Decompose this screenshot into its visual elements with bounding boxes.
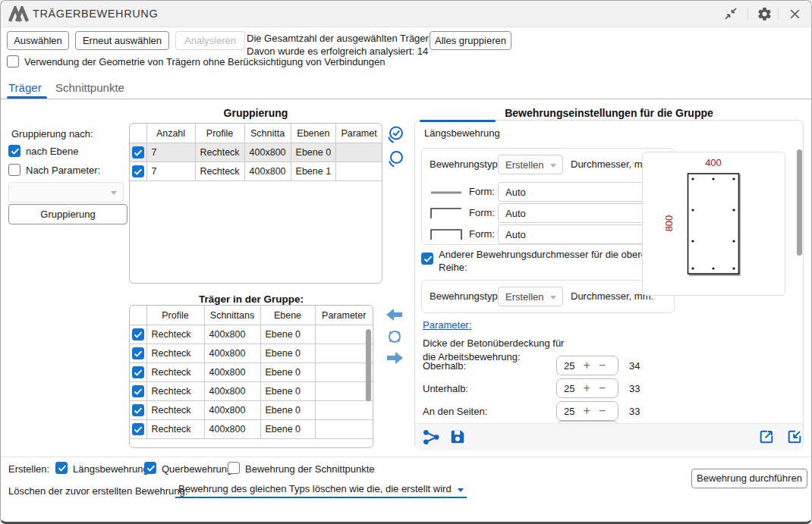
header-checkbox [130, 306, 146, 325]
cell-profile: Rechteck [195, 143, 244, 162]
minus-icon[interactable]: − [599, 382, 606, 394]
arrow-right-icon[interactable] [385, 350, 404, 366]
grouping-by-label: Gruppierung nach: [11, 128, 93, 140]
close-icon[interactable] [785, 5, 804, 22]
create-longitudinal-checkbox[interactable] [55, 462, 68, 474]
group-members-body: Rechteck400x800Ebene 0Rechteck400x800Ebe… [130, 325, 373, 439]
diameter-label: Durchmesser, mm: [571, 158, 653, 170]
cell-schnitt: 400x800 [204, 382, 260, 401]
import-icon[interactable] [786, 428, 803, 445]
tab-schnittpunkte[interactable]: Schnittpunkte [55, 81, 124, 94]
cover-below-result: 33 [629, 383, 640, 394]
minus-icon[interactable]: − [599, 405, 606, 417]
cell-parameter [315, 363, 373, 382]
grouping-button[interactable]: Gruppierung [8, 204, 127, 224]
table-row[interactable]: Rechteck400x800Ebene 0 [130, 363, 373, 382]
rebar-type-select[interactable]: Erstellen [498, 287, 563, 306]
select-button[interactable]: Auswählen [7, 31, 69, 50]
form-label: Form: [469, 228, 495, 240]
table-header-row: Anzahl Profile Schnitta Ebenen Paramet [130, 124, 382, 143]
row-checkbox[interactable] [132, 385, 144, 397]
share-icon[interactable] [423, 428, 440, 446]
plus-icon[interactable]: + [583, 359, 590, 372]
cell-profile: Rechteck [146, 363, 204, 382]
table-scrollbar[interactable] [366, 329, 371, 401]
tabstrip-divider [1, 99, 811, 99]
cell-anzahl: 7 [146, 162, 195, 181]
plus-icon[interactable]: + [583, 382, 590, 394]
parameter-link[interactable]: Parameter: [423, 319, 471, 331]
export-icon[interactable] [758, 428, 775, 445]
table-row[interactable]: Rechteck400x800Ebene 0 [130, 344, 373, 363]
target-icon[interactable] [386, 328, 404, 346]
create-transverse-checkbox[interactable] [144, 462, 156, 474]
diagram-drawing [643, 152, 785, 296]
window-title: TRÄGERBEWEHRUNG [33, 1, 158, 27]
row-checkbox[interactable] [132, 423, 144, 435]
table-row[interactable]: Rechteck400x800Ebene 0 [130, 382, 373, 401]
save-icon[interactable] [449, 428, 466, 445]
other-diameter-checkbox[interactable] [421, 253, 433, 265]
plus-icon[interactable]: + [583, 405, 590, 417]
cell-ebene: Ebene 0 [291, 143, 336, 162]
rebar-type-select[interactable]: Erstellen [498, 155, 563, 174]
cell-ebene: Ebene 0 [260, 382, 315, 401]
create-longitudinal-label: Längsbewehrung [73, 463, 149, 475]
geometry-checkbox[interactable] [7, 55, 19, 67]
titlebar-separator [778, 8, 779, 20]
cell-schnitt: 400x800 [204, 420, 260, 439]
cover-label-line1: Dicke der Betonüberdeckung für [423, 337, 564, 349]
row-checkbox[interactable] [132, 146, 144, 158]
cell-ebene: Ebene 0 [260, 344, 315, 363]
deselect-all-icon[interactable] [386, 149, 405, 168]
gear-icon[interactable] [755, 5, 773, 22]
cover-above-stepper: 25+− [556, 356, 618, 375]
table-row[interactable]: 7 Rechteck 400x800 Ebene 1 [130, 162, 382, 181]
select-all-icon[interactable] [386, 125, 405, 145]
table-row[interactable]: Rechteck400x800Ebene 0 [130, 325, 373, 344]
create-intersections-checkbox[interactable] [228, 462, 240, 474]
table-row[interactable]: Rechteck400x800Ebene 0 [130, 401, 373, 420]
bar-shape-straight-icon [430, 188, 464, 197]
tab-traeger[interactable]: Träger [8, 81, 42, 94]
cell-parameter [315, 401, 373, 420]
parameter-select[interactable] [8, 182, 124, 202]
panel-tab-indicator [420, 120, 496, 122]
chevron-down-icon [111, 191, 117, 195]
title-bar: TRÄGERBEWEHRUNG [1, 1, 811, 27]
cover-above-label: Oberhalb: [423, 360, 466, 372]
header-schnitt: Schnitta [244, 124, 291, 143]
panel-tab-laengsbewehrung[interactable]: Längsbewehrung [424, 127, 500, 139]
row-checkbox[interactable] [132, 347, 144, 359]
row-checkbox[interactable] [132, 328, 144, 340]
cell-ebene: Ebene 0 [260, 363, 315, 382]
cell-profile: Rechteck [146, 382, 204, 401]
app-logo-icon [8, 6, 29, 22]
cell-schnitt: 400x800 [244, 162, 291, 181]
table-row[interactable]: 7 Rechteck 400x800 Ebene 0 [130, 143, 382, 162]
top-row-rebar-group: Bewehrungstyp: Erstellen Durchmesser, mm… [421, 280, 675, 313]
cell-parameter [315, 420, 373, 439]
minus-icon[interactable]: − [599, 359, 606, 372]
table-row[interactable]: Rechteck400x800Ebene 0 [130, 420, 373, 439]
by-level-checkbox[interactable] [8, 145, 20, 157]
row-checkbox[interactable] [132, 404, 144, 416]
by-parameter-checkbox[interactable] [8, 164, 20, 176]
group-all-button[interactable]: Alles gruppieren [430, 31, 511, 50]
delete-mode-select[interactable]: Bewehrung des gleichen Typs löschen wie … [175, 483, 467, 498]
collapse-icon[interactable] [722, 5, 740, 22]
stepper-value: 25 [564, 360, 574, 372]
arrow-left-icon[interactable] [385, 307, 404, 322]
reselect-button[interactable]: Erneut auswählen [75, 31, 169, 50]
chevron-down-icon [550, 164, 556, 168]
form-value: Auto [505, 187, 526, 198]
header-ebenen: Ebenen [291, 124, 336, 143]
run-reinforcement-button[interactable]: Bewehrung durchführen [691, 469, 807, 488]
row-checkbox[interactable] [132, 366, 144, 378]
panel-scrollbar[interactable] [797, 149, 802, 256]
row-checkbox-cell [130, 401, 146, 420]
row-checkbox[interactable] [132, 165, 144, 177]
total-selected-text: Die Gesamtzahl der ausgewählten Träger: … [247, 33, 445, 44]
row-checkbox-cell [130, 325, 146, 344]
cover-sides-result: 33 [629, 406, 640, 417]
